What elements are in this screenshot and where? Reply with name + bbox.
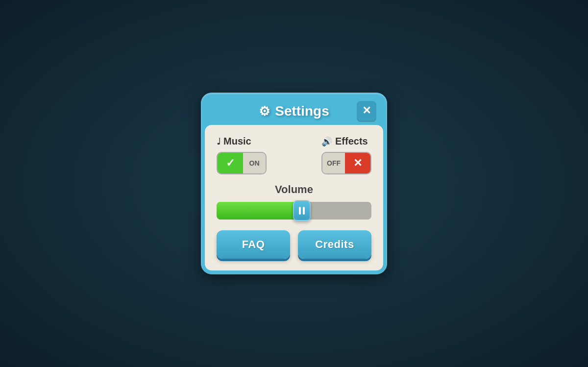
faq-button[interactable]: FAQ bbox=[217, 230, 290, 259]
effects-section: 🔊 Effects OFF ✕ bbox=[321, 136, 371, 174]
music-on-indicator: ✓ bbox=[218, 153, 243, 173]
effects-off-text: OFF bbox=[322, 153, 345, 173]
dialog-title: ⚙ Settings bbox=[259, 103, 329, 119]
volume-slider[interactable] bbox=[217, 202, 371, 220]
close-button[interactable]: ✕ bbox=[357, 101, 376, 121]
music-icon: ♩ bbox=[217, 136, 220, 147]
music-on-text: ON bbox=[243, 153, 266, 173]
gear-icon: ⚙ bbox=[259, 104, 270, 119]
effects-label-text: Effects bbox=[335, 136, 368, 147]
audio-controls: ♩ Music ✓ ON 🔊 Effects OFF ✕ bbox=[217, 136, 371, 174]
volume-section: Volume bbox=[217, 183, 371, 220]
pause-bar-right bbox=[303, 207, 305, 215]
music-toggle[interactable]: ✓ ON bbox=[217, 152, 267, 174]
volume-label: Volume bbox=[217, 183, 371, 196]
pause-bar-left bbox=[299, 207, 301, 215]
volume-fill bbox=[217, 202, 302, 220]
effects-label: 🔊 Effects bbox=[321, 136, 368, 147]
music-label: ♩ Music bbox=[217, 136, 251, 147]
music-label-text: Music bbox=[223, 136, 251, 147]
dialog-body: ♩ Music ✓ ON 🔊 Effects OFF ✕ bbox=[205, 125, 383, 270]
settings-dialog: ⚙ Settings ✕ ♩ Music ✓ ON 🔊 E bbox=[201, 93, 387, 274]
bottom-buttons: FAQ Credits bbox=[217, 230, 371, 259]
effects-toggle[interactable]: OFF ✕ bbox=[321, 152, 371, 174]
dialog-header: ⚙ Settings ✕ bbox=[205, 97, 383, 125]
volume-thumb[interactable] bbox=[293, 200, 311, 221]
credits-button[interactable]: Credits bbox=[298, 230, 371, 259]
settings-title-text: Settings bbox=[275, 103, 329, 119]
music-section: ♩ Music ✓ ON bbox=[217, 136, 267, 174]
effects-off-indicator: ✕ bbox=[345, 153, 370, 173]
pause-icon bbox=[299, 207, 305, 215]
effects-icon: 🔊 bbox=[321, 136, 332, 147]
